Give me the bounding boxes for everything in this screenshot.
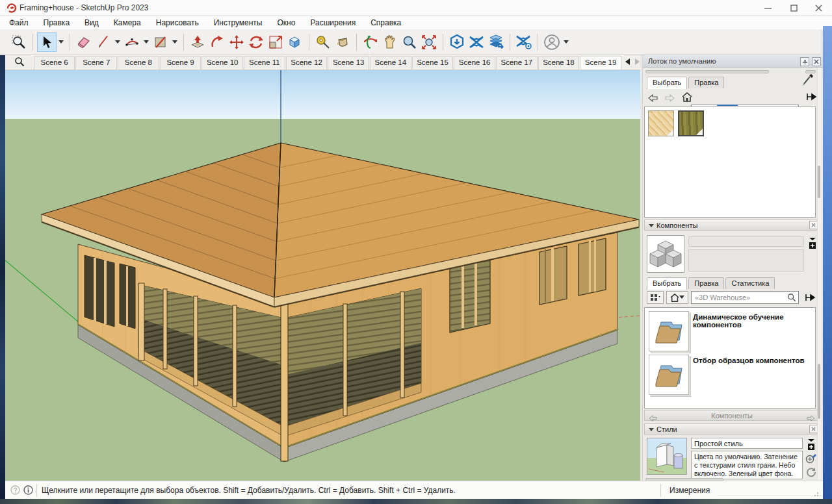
scene-tab[interactable]: Scene 12 — [286, 56, 328, 69]
line-tool-button[interactable] — [94, 32, 113, 52]
menu-tools[interactable]: Инструменты — [214, 18, 263, 27]
zoom-tool-button[interactable] — [400, 32, 419, 52]
materials-forward-button[interactable] — [662, 92, 677, 105]
materials-home-button[interactable] — [680, 90, 694, 103]
scene-tab[interactable]: Scene 11 — [244, 56, 285, 69]
select-tool-dropdown[interactable] — [58, 40, 64, 44]
scene-tab[interactable]: Scene 14 — [370, 56, 411, 69]
menu-extensions[interactable]: Расширения — [310, 18, 356, 27]
info-button[interactable] — [23, 485, 33, 498]
minimize-button[interactable] — [755, 0, 780, 16]
menu-edit[interactable]: Правка — [44, 18, 70, 27]
resize-grip[interactable] — [814, 490, 820, 497]
scene-tab[interactable]: Scene 7 — [75, 56, 117, 69]
materials-back-button[interactable] — [645, 92, 660, 105]
scene-tab[interactable]: Scene 16 — [454, 56, 495, 69]
menu-help[interactable]: Справка — [370, 18, 401, 27]
send-to-layout-button[interactable] — [486, 32, 506, 52]
scene-tab[interactable]: Scene 8 — [118, 56, 159, 69]
materials-tab-select[interactable]: Выбрать — [647, 77, 687, 89]
tray-pin-button[interactable] — [800, 57, 809, 66]
menu-draw[interactable]: Нарисовать — [156, 18, 199, 27]
menu-view[interactable]: Вид — [84, 18, 99, 27]
material-swatch-plywood[interactable] — [678, 110, 704, 136]
zoom-extents-button[interactable] — [419, 32, 439, 52]
model-viewport[interactable] — [5, 70, 640, 481]
components-footer-forward[interactable] — [807, 412, 815, 424]
materials-collapsed-preview[interactable] — [645, 70, 769, 73]
tray-close-button[interactable] — [812, 57, 821, 66]
materials-tab-edit[interactable]: Правка — [688, 77, 724, 88]
pan-tool-button[interactable] — [380, 32, 400, 52]
line-tool-dropdown[interactable] — [115, 40, 120, 44]
components-home-button[interactable] — [666, 291, 688, 304]
components-tab-select[interactable]: Выбрать — [647, 277, 687, 290]
styles-header[interactable]: Стили — [644, 423, 820, 435]
eraser-tool-button[interactable] — [74, 32, 94, 52]
select-tool-button[interactable] — [37, 32, 57, 52]
close-button[interactable] — [806, 0, 831, 16]
style-add-button[interactable] — [807, 438, 816, 455]
component-name-field[interactable] — [688, 236, 804, 247]
tape-measure-button[interactable] — [313, 32, 333, 52]
extension-manager-button[interactable] — [514, 32, 534, 52]
component-add-button[interactable] — [808, 236, 817, 253]
material-swatch-osb[interactable] — [648, 110, 674, 136]
components-tab-edit[interactable]: Правка — [688, 277, 724, 289]
components-list[interactable]: Динамическое обучение компонентов Отбор … — [644, 307, 816, 409]
components-search-input[interactable] — [691, 291, 799, 304]
scene-tab[interactable]: Scene 9 — [160, 56, 202, 69]
scene-tab[interactable]: Scene 13 — [328, 56, 369, 69]
materials-secondary-pane-button[interactable] — [804, 90, 818, 103]
make-component-button[interactable] — [285, 32, 305, 52]
menu-file[interactable]: Файл — [9, 18, 29, 27]
components-tab-stats[interactable]: Статистика — [725, 277, 775, 289]
orbit-tool-button[interactable] — [361, 32, 380, 52]
components-search-button[interactable] — [787, 293, 796, 305]
style-update-button[interactable] — [805, 453, 817, 466]
scene-tab-active[interactable]: Scene 19 — [580, 56, 621, 69]
component-item-label[interactable]: Отбор образцов компонентов — [693, 357, 814, 364]
account-button[interactable] — [542, 32, 562, 52]
scene-tab[interactable]: Scene 10 — [202, 56, 243, 69]
scene-tab[interactable]: Scene 6 — [34, 56, 75, 69]
extension-warehouse-button[interactable] — [467, 32, 486, 52]
move-tool-button[interactable] — [227, 32, 246, 52]
style-refresh-button[interactable] — [806, 467, 816, 480]
scene-scroll-right-icon[interactable] — [634, 58, 640, 65]
measurements-input[interactable] — [718, 484, 826, 496]
rotate-tool-button[interactable] — [246, 32, 266, 52]
account-dropdown[interactable] — [564, 40, 569, 44]
components-secondary-pane-button[interactable] — [803, 291, 817, 304]
arc-tool-button[interactable] — [122, 32, 142, 52]
maximize-button[interactable] — [781, 0, 806, 16]
arc-tool-dropdown[interactable] — [144, 40, 149, 44]
component-item-label[interactable]: Динамическое обучение компонентов — [693, 313, 814, 329]
scene-tab[interactable]: Scene 17 — [496, 56, 538, 69]
tray-scrollbar-thumb[interactable] — [818, 364, 820, 419]
geolocation-button[interactable] — [10, 485, 20, 498]
components-view-options-button[interactable] — [647, 291, 664, 304]
component-folder-item[interactable] — [649, 355, 689, 395]
zoom-window-button[interactable] — [9, 32, 29, 52]
component-folder-item[interactable] — [649, 311, 689, 351]
menu-window[interactable]: Окно — [277, 18, 295, 27]
components-header[interactable]: Компоненты — [644, 220, 820, 231]
followme-tool-button[interactable] — [207, 32, 227, 52]
component-description-field[interactable] — [688, 249, 804, 271]
scale-tool-button[interactable] — [266, 32, 285, 52]
tray-title-bar[interactable]: Лоток по умолчанию — [643, 55, 824, 68]
style-name-field[interactable] — [691, 438, 803, 449]
materials-list[interactable] — [644, 107, 816, 218]
scene-search-button[interactable] — [5, 54, 34, 69]
tray-scrollbar-thumb[interactable] — [818, 166, 820, 198]
sample-paint-button[interactable] — [801, 73, 814, 89]
scene-tab[interactable]: Scene 18 — [538, 56, 580, 69]
pushpull-tool-button[interactable] — [188, 32, 207, 52]
scene-scroll-left-icon[interactable] — [625, 58, 630, 65]
3d-warehouse-button[interactable] — [447, 32, 467, 52]
shape-tool-dropdown[interactable] — [172, 40, 177, 44]
shape-tool-button[interactable] — [151, 32, 170, 52]
paint-bucket-button[interactable] — [333, 32, 352, 52]
menu-camera[interactable]: Камера — [114, 18, 141, 27]
